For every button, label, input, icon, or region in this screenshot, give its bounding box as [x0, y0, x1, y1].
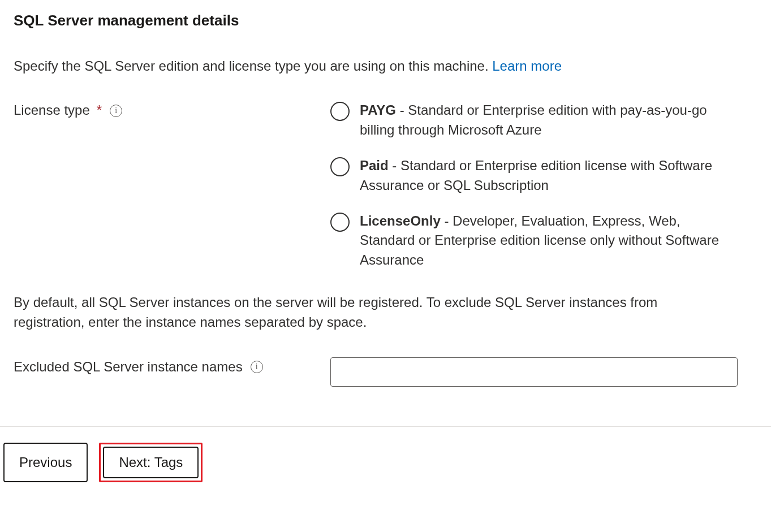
license-type-control: PAYG - Standard or Enterprise edition wi…	[330, 101, 738, 270]
info-icon[interactable]: i	[110, 105, 122, 117]
next-tags-button[interactable]: Next: Tags	[103, 447, 199, 478]
radio-option-desc: - Standard or Enterprise edition license…	[360, 158, 712, 193]
next-button-highlight: Next: Tags	[99, 443, 203, 482]
radio-option-name: Paid	[360, 158, 389, 173]
footer-bar: Previous Next: Tags	[0, 427, 771, 496]
previous-button[interactable]: Previous	[3, 443, 88, 482]
radio-circle-icon	[330, 213, 350, 232]
exclude-instances-label: Excluded SQL Server instance names i	[14, 357, 319, 377]
license-type-row: License type * i PAYG - Standard or Ente…	[14, 101, 757, 270]
license-type-radiogroup: PAYG - Standard or Enterprise edition wi…	[330, 101, 738, 270]
excluded-instances-input[interactable]	[330, 357, 738, 387]
radio-option-name: LicenseOnly	[360, 213, 441, 228]
exclude-instances-row: Excluded SQL Server instance names i	[14, 357, 757, 387]
required-indicator: *	[97, 101, 102, 120]
section-title: SQL Server management details	[14, 10, 757, 32]
intro-prefix: Specify the SQL Server edition and licen…	[14, 58, 492, 73]
license-type-label-text: License type	[14, 101, 90, 120]
info-icon[interactable]: i	[251, 361, 263, 373]
form-container: SQL Server management details Specify th…	[0, 0, 771, 387]
radio-text: Paid - Standard or Enterprise edition li…	[360, 156, 738, 196]
radio-circle-icon	[330, 157, 350, 176]
exclude-instances-control	[330, 357, 738, 387]
learn-more-link[interactable]: Learn more	[492, 58, 562, 73]
intro-text: Specify the SQL Server edition and licen…	[14, 57, 757, 76]
radio-text: LicenseOnly - Developer, Evaluation, Exp…	[360, 211, 738, 270]
radio-text: PAYG - Standard or Enterprise edition wi…	[360, 101, 738, 140]
exclude-instances-label-text: Excluded SQL Server instance names	[14, 357, 243, 377]
radio-option-payg[interactable]: PAYG - Standard or Enterprise edition wi…	[330, 101, 738, 140]
radio-option-name: PAYG	[360, 102, 396, 118]
radio-option-paid[interactable]: Paid - Standard or Enterprise edition li…	[330, 156, 738, 196]
exclude-paragraph: By default, all SQL Server instances on …	[14, 293, 726, 332]
radio-circle-icon	[330, 102, 350, 121]
radio-option-licenseonly[interactable]: LicenseOnly - Developer, Evaluation, Exp…	[330, 211, 738, 270]
license-type-label: License type * i	[14, 101, 319, 120]
radio-option-desc: - Standard or Enterprise edition with pa…	[360, 102, 707, 137]
